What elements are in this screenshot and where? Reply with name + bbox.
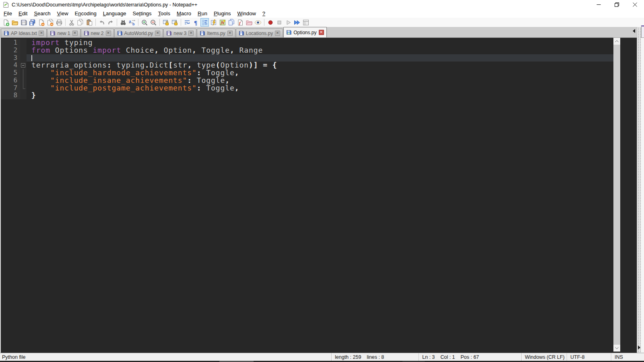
status-insert-mode[interactable]: INS xyxy=(611,353,644,361)
menu-item-search[interactable]: Search xyxy=(31,10,53,17)
panel-splitter[interactable] xyxy=(637,27,641,353)
tab-close-icon[interactable]: ✕ xyxy=(72,31,78,36)
tab-items-py[interactable]: Items.py✕ xyxy=(197,29,235,37)
tab-ap-ideas-txt[interactable]: AP Ideas.txt✕ xyxy=(1,29,47,37)
function-list-button[interactable]: f xyxy=(236,18,244,27)
macro-record-button[interactable] xyxy=(266,18,275,27)
document-list-button[interactable] xyxy=(227,18,235,27)
code-line-8[interactable]: 8} xyxy=(1,92,613,99)
tab-close-icon[interactable]: ✕ xyxy=(227,31,233,36)
zoom-in-button[interactable] xyxy=(140,18,149,27)
user-defined-language-button[interactable] xyxy=(209,18,218,27)
monitoring-eye-button[interactable] xyxy=(254,18,262,27)
macro-play-button[interactable] xyxy=(284,18,292,27)
menu-item-view[interactable]: View xyxy=(55,10,71,17)
tab-label: new 3 xyxy=(173,31,186,36)
show-all-characters-button[interactable]: ¶ xyxy=(192,18,200,27)
show-indent-guide-button[interactable] xyxy=(200,18,209,27)
menu-item-macro[interactable]: Macro xyxy=(174,10,194,17)
sync-horizontal-scroll-icon xyxy=(171,19,178,26)
print-button[interactable] xyxy=(55,18,63,27)
partial-docked-tab[interactable] xyxy=(641,25,644,37)
code-line-7[interactable]: 7 "include_postgame_achievements": Toggl… xyxy=(1,84,613,92)
status-encoding[interactable]: UTF-8 xyxy=(567,353,611,361)
toolbar-separator xyxy=(117,19,117,26)
tab-close-icon[interactable]: ✕ xyxy=(106,31,111,36)
tab-close-icon[interactable]: ✕ xyxy=(39,31,44,36)
zoom-out-icon xyxy=(150,19,157,26)
status-length-lines[interactable]: length : 259 lines : 8 xyxy=(331,353,419,361)
copy-icon xyxy=(77,19,84,26)
copy-button[interactable] xyxy=(76,18,85,27)
status-cursor-position[interactable]: Ln : 3 Col : 1 Pos : 67 xyxy=(419,353,521,361)
fold-margin-collapse-icon[interactable] xyxy=(20,62,27,69)
user-defined-language-icon xyxy=(210,19,217,26)
vertical-scrollbar[interactable] xyxy=(613,38,620,352)
paste-button[interactable] xyxy=(85,18,93,27)
fold-margin xyxy=(20,54,27,62)
close-all-button[interactable] xyxy=(46,18,54,27)
menu-item-language[interactable]: Language xyxy=(101,10,129,17)
menu-item-window[interactable]: Window xyxy=(235,10,258,17)
scroll-up-arrow-icon[interactable] xyxy=(613,38,620,45)
tab-autoworld-py[interactable]: AutoWorld.py✕ xyxy=(114,29,163,37)
code-line-2[interactable]: 2from Options import Choice, Option, Tog… xyxy=(1,47,613,54)
tab-scroll-left-icon[interactable] xyxy=(633,29,635,33)
cut-button[interactable] xyxy=(67,18,76,27)
menu-item-file[interactable]: File xyxy=(1,10,14,17)
find-button[interactable] xyxy=(119,18,127,27)
restore-button[interactable] xyxy=(608,0,626,9)
sync-horizontal-scroll-button[interactable] xyxy=(170,18,179,27)
new-file-button[interactable] xyxy=(2,18,10,27)
tab-label: Options.py xyxy=(293,30,316,35)
sync-vertical-scroll-button[interactable] xyxy=(161,18,170,27)
open-folder-button[interactable] xyxy=(10,18,19,27)
scroll-down-arrow-icon[interactable] xyxy=(613,345,620,352)
macro-stop-button[interactable] xyxy=(275,18,283,27)
tab-options-py[interactable]: Options.py✕ xyxy=(283,27,326,37)
tab-locations-py[interactable]: Locations.py✕ xyxy=(236,29,283,37)
tab-scroll-right-icon[interactable] xyxy=(638,346,640,350)
tab-close-icon[interactable]: ✕ xyxy=(319,30,324,35)
menu-item-settings[interactable]: Settings xyxy=(130,10,154,17)
status-doc-type[interactable]: Python file xyxy=(0,353,331,361)
menu-item-encoding[interactable]: Encoding xyxy=(72,10,99,17)
scrollbar-thumb[interactable] xyxy=(613,45,620,345)
macro-run-multiple-button[interactable] xyxy=(293,18,301,27)
toolbar-separator xyxy=(181,19,181,26)
macro-save-button[interactable] xyxy=(301,18,310,27)
menu-item-[interactable]: ? xyxy=(260,10,268,17)
close-button[interactable] xyxy=(626,0,644,9)
document-map-button[interactable] xyxy=(218,18,227,27)
tab-close-icon[interactable]: ✕ xyxy=(188,31,194,36)
menu-item-run[interactable]: Run xyxy=(195,10,210,17)
code-editor[interactable]: 1import typing2from Options import Choic… xyxy=(1,38,613,353)
document-list-icon xyxy=(228,19,235,26)
macro-run-multiple-icon xyxy=(293,19,301,26)
close-file-button[interactable] xyxy=(37,18,45,27)
tab-close-icon[interactable]: ✕ xyxy=(275,31,280,36)
tab-close-icon[interactable]: ✕ xyxy=(155,31,160,36)
saved-floppy-icon xyxy=(238,30,244,36)
notepad-plus-plus-icon xyxy=(3,2,9,8)
redo-button[interactable] xyxy=(106,18,115,27)
tab-label: AutoWorld.py xyxy=(124,31,153,36)
status-eol-format[interactable]: Windows (CR LF) xyxy=(521,353,567,361)
save-all-button[interactable] xyxy=(28,18,37,27)
line-number: 6 xyxy=(1,77,20,84)
line-number: 2 xyxy=(1,47,20,54)
menu-item-plugins[interactable]: Plugins xyxy=(211,10,233,17)
zoom-out-button[interactable] xyxy=(149,18,157,27)
menu-item-edit[interactable]: Edit xyxy=(16,10,30,17)
menu-item-tools[interactable]: Tools xyxy=(156,10,173,17)
folder-as-workspace-button[interactable] xyxy=(245,18,253,27)
save-button[interactable] xyxy=(19,18,28,27)
tab-new-1[interactable]: new 1✕ xyxy=(47,29,80,37)
word-wrap-button[interactable] xyxy=(183,18,191,27)
minimize-button[interactable] xyxy=(590,0,608,9)
tab-new-2[interactable]: new 2✕ xyxy=(81,29,114,37)
tab-new-3[interactable]: new 3✕ xyxy=(163,29,196,37)
replace-button[interactable]: ab xyxy=(128,18,136,27)
function-list-icon: f xyxy=(237,19,244,26)
undo-button[interactable] xyxy=(97,18,106,27)
